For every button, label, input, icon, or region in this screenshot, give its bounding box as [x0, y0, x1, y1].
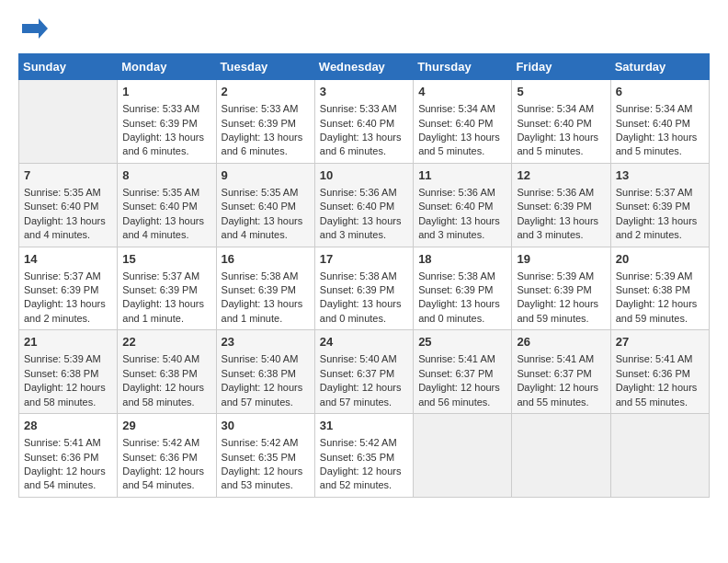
day-number: 31 [320, 418, 408, 434]
page-header [18, 18, 710, 39]
day-number: 15 [122, 251, 210, 268]
calendar-cell: 13Sunrise: 5:37 AMSunset: 6:39 PMDayligh… [610, 163, 709, 247]
day-info-line: Daylight: 12 hours [320, 465, 408, 478]
day-info-line: Sunrise: 5:38 AM [320, 270, 408, 283]
day-info-line: Sunset: 6:37 PM [418, 367, 506, 381]
day-info-line: Daylight: 13 hours [320, 297, 408, 311]
day-info-line: Daylight: 12 hours [24, 465, 112, 478]
calendar-cell: 11Sunrise: 5:36 AMSunset: 6:40 PMDayligh… [414, 163, 512, 247]
day-info-line: Sunrise: 5:39 AM [616, 270, 704, 283]
day-info-line: and 5 minutes. [616, 144, 704, 158]
calendar-week-2: 7Sunrise: 5:35 AMSunset: 6:40 PMDaylight… [19, 163, 710, 247]
day-number: 3 [320, 84, 408, 100]
column-header-wednesday: Wednesday [314, 54, 413, 80]
day-info-line: Sunrise: 5:36 AM [418, 186, 506, 200]
day-info-line: Sunrise: 5:35 AM [122, 186, 210, 200]
day-info-line: Sunrise: 5:33 AM [320, 102, 408, 116]
calendar-cell: 10Sunrise: 5:36 AMSunset: 6:40 PMDayligh… [314, 163, 413, 247]
day-info-line: Daylight: 12 hours [24, 381, 112, 395]
calendar-cell: 8Sunrise: 5:35 AMSunset: 6:40 PMDaylight… [118, 163, 216, 247]
day-info-line: and 59 minutes. [517, 312, 605, 326]
day-info-line: Sunrise: 5:33 AM [222, 102, 310, 116]
day-number: 22 [122, 334, 210, 350]
day-number: 5 [517, 84, 605, 100]
svg-marker-0 [22, 18, 48, 39]
day-number: 14 [24, 251, 112, 268]
day-info-line: Daylight: 13 hours [418, 131, 506, 144]
day-info-line: and 56 minutes. [418, 396, 506, 409]
day-number: 17 [320, 251, 408, 268]
day-info-line: and 4 minutes. [222, 228, 310, 242]
day-info-line: Sunset: 6:36 PM [122, 451, 210, 465]
column-header-monday: Monday [118, 54, 216, 80]
day-info-line: and 1 minute. [222, 312, 310, 326]
calendar-cell: 23Sunrise: 5:40 AMSunset: 6:38 PMDayligh… [216, 330, 314, 414]
day-info-line: Sunset: 6:36 PM [24, 451, 112, 465]
column-header-tuesday: Tuesday [216, 54, 314, 80]
day-info-line: Daylight: 13 hours [222, 214, 310, 228]
day-info-line: Sunrise: 5:38 AM [418, 270, 506, 283]
day-info-line: Sunset: 6:38 PM [222, 367, 310, 381]
day-info-line: Sunrise: 5:42 AM [320, 436, 408, 450]
day-info-line: and 5 minutes. [418, 144, 506, 158]
day-info-line: and 0 minutes. [418, 312, 506, 326]
day-info-line: and 53 minutes. [222, 478, 310, 492]
day-info-line: Daylight: 13 hours [122, 214, 210, 228]
day-number: 30 [222, 418, 310, 434]
day-info-line: Sunset: 6:39 PM [320, 283, 408, 297]
day-info-line: Sunset: 6:40 PM [222, 200, 310, 213]
day-info-line: Sunset: 6:40 PM [418, 117, 506, 131]
calendar-cell: 1Sunrise: 5:33 AMSunset: 6:39 PMDaylight… [118, 80, 216, 164]
day-info-line: Sunrise: 5:41 AM [418, 352, 506, 366]
day-info-line: Sunset: 6:40 PM [320, 117, 408, 131]
day-info-line: and 0 minutes. [320, 312, 408, 326]
calendar-cell: 18Sunrise: 5:38 AMSunset: 6:39 PMDayligh… [414, 247, 512, 330]
day-info-line: Sunrise: 5:34 AM [418, 102, 506, 116]
day-info-line: Daylight: 13 hours [418, 214, 506, 228]
day-info-line: Sunset: 6:38 PM [24, 367, 112, 381]
day-number: 6 [616, 84, 704, 100]
day-info-line: Sunrise: 5:37 AM [616, 186, 704, 200]
day-info-line: and 5 minutes. [517, 144, 605, 158]
day-info-line: Sunset: 6:36 PM [616, 367, 704, 381]
calendar-cell: 26Sunrise: 5:41 AMSunset: 6:37 PMDayligh… [512, 330, 610, 414]
day-info-line: and 4 minutes. [122, 228, 210, 242]
calendar-cell [512, 414, 610, 498]
day-info-line: and 3 minutes. [418, 228, 506, 242]
calendar-cell: 7Sunrise: 5:35 AMSunset: 6:40 PMDaylight… [19, 163, 118, 247]
day-number: 21 [24, 334, 112, 350]
day-info-line: and 52 minutes. [320, 478, 408, 492]
column-header-sunday: Sunday [19, 54, 118, 80]
day-info-line: and 1 minute. [122, 312, 210, 326]
day-number: 18 [418, 251, 506, 268]
calendar-cell: 20Sunrise: 5:39 AMSunset: 6:38 PMDayligh… [610, 247, 709, 330]
calendar-cell: 21Sunrise: 5:39 AMSunset: 6:38 PMDayligh… [19, 330, 118, 414]
logo-arrow-icon [22, 18, 48, 39]
day-number: 10 [320, 167, 408, 184]
calendar-cell: 22Sunrise: 5:40 AMSunset: 6:38 PMDayligh… [118, 330, 216, 414]
day-info-line: Daylight: 12 hours [616, 297, 704, 311]
column-header-thursday: Thursday [414, 54, 512, 80]
day-number: 19 [517, 251, 605, 268]
calendar-cell: 29Sunrise: 5:42 AMSunset: 6:36 PMDayligh… [118, 414, 216, 498]
day-number: 11 [418, 167, 506, 184]
calendar-cell: 28Sunrise: 5:41 AMSunset: 6:36 PMDayligh… [19, 414, 118, 498]
day-info-line: Daylight: 12 hours [122, 381, 210, 395]
day-info-line: and 58 minutes. [122, 396, 210, 409]
day-info-line: and 55 minutes. [517, 396, 605, 409]
day-info-line: Sunrise: 5:34 AM [616, 102, 704, 116]
day-info-line: and 59 minutes. [616, 312, 704, 326]
calendar-cell: 27Sunrise: 5:41 AMSunset: 6:36 PMDayligh… [610, 330, 709, 414]
day-info-line: Daylight: 13 hours [122, 131, 210, 144]
day-number: 27 [616, 334, 704, 350]
day-info-line: Sunset: 6:39 PM [222, 117, 310, 131]
day-info-line: Daylight: 13 hours [222, 297, 310, 311]
day-info-line: Sunset: 6:39 PM [122, 117, 210, 131]
logo [18, 18, 48, 39]
day-info-line: Daylight: 12 hours [616, 381, 704, 395]
calendar-week-4: 21Sunrise: 5:39 AMSunset: 6:38 PMDayligh… [19, 330, 710, 414]
day-info-line: Daylight: 13 hours [616, 214, 704, 228]
day-info-line: Daylight: 13 hours [222, 131, 310, 144]
day-info-line: Daylight: 12 hours [222, 465, 310, 478]
day-number: 20 [616, 251, 704, 268]
